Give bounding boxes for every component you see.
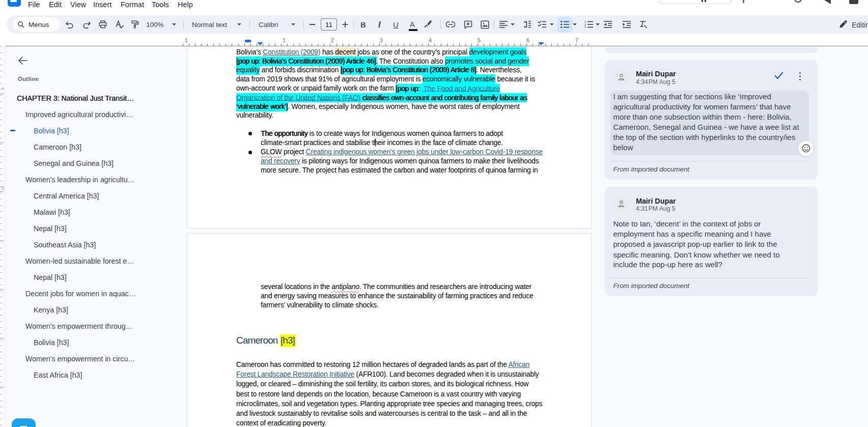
svg-text:3: 3	[584, 25, 586, 28]
